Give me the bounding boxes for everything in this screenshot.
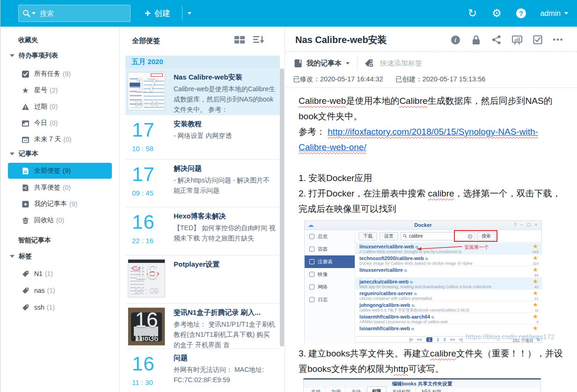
- global-search[interactable]: [18, 5, 131, 22]
- note-title: Potplayer设置: [174, 260, 276, 269]
- note-paragraph: 1. 安装Docker应用: [299, 170, 564, 186]
- collapse-caret-icon: [10, 255, 15, 258]
- note-list-item[interactable]: 16 11 : 30 问题 外网有时无法访问： MAC地址: FC:7C:02:…: [125, 348, 280, 392]
- collapse-caret-icon: [10, 54, 15, 57]
- note-day: 17: [132, 164, 169, 185]
- checkbox-check-icon: [21, 70, 29, 78]
- search-scope-caret-icon[interactable]: [32, 12, 36, 15]
- note-thumbnail: 16 14 : 09: [128, 259, 165, 298]
- sidebar-item-today[interactable]: 今日 (0): [8, 115, 112, 131]
- note-list-item[interactable]: 17 09 : 45 解决问题 - 解决https访问问题 - 解决图片不能正常…: [125, 159, 280, 207]
- search-input[interactable]: [40, 9, 133, 17]
- sort-icon[interactable]: [253, 35, 266, 46]
- more-actions-icon[interactable]: •••: [553, 35, 563, 45]
- folder-dialog-title: 编辑books 共享文件夹设置: [304, 379, 540, 388]
- tag-icon: [21, 269, 29, 278]
- user-menu-caret-icon: [564, 12, 568, 15]
- search-icon: [403, 234, 407, 238]
- search-icon: [22, 9, 30, 17]
- note-title: 安装教程: [174, 120, 276, 129]
- quick-add-tag[interactable]: 快速添加标签: [380, 59, 422, 68]
- svg-text:+7: +7: [23, 138, 27, 142]
- note-list-title: 全部便签: [132, 36, 160, 45]
- tag-icon: [21, 286, 29, 295]
- note-list-item[interactable]: 16 11 : 36 斐讯N1盒子折腾记录 刷入... 参考地址： 斐讯N1/P…: [125, 303, 280, 348]
- note-paragraph: Calibre-web是使用本地的Calibre生成数据库，然后同步到NAS的b…: [299, 93, 564, 124]
- create-separator: [182, 6, 183, 21]
- star-icon: ★: [21, 86, 29, 94]
- sidebar-item-tag-nas[interactable]: nas (1): [8, 283, 112, 298]
- note-snippet: - 网络设置 内网穿透: [174, 131, 276, 141]
- red-annotation-arrow: [416, 246, 464, 250]
- sidebar-item-shared-notes[interactable]: 共享便签 (0): [8, 180, 112, 196]
- note-paragraph: 参考： http://ifoxfactory.com/2018/05/15/Sy…: [299, 124, 564, 155]
- note-time: 10 : 58: [132, 145, 169, 152]
- note-editor-title[interactable]: Nas Calibre-web安装: [295, 34, 387, 46]
- warning-icon: [21, 102, 29, 111]
- calendar-icon: [21, 119, 29, 127]
- note-snippet: Calibre-web是使用本地的Calibre生成数据库，然后同步到NAS的b…: [174, 84, 276, 115]
- add-tag-icon[interactable]: [364, 58, 374, 68]
- note-list-item[interactable]: 16 14 : 09 Potplayer设置: [125, 255, 280, 303]
- note-time: 22 : 16: [132, 237, 169, 245]
- collapse-caret-icon: [10, 152, 15, 155]
- svg-text:★: ★: [23, 202, 28, 207]
- sidebar-item-next7days[interactable]: +7 未来 7 天 (0): [8, 131, 112, 147]
- top-bar: + 创建 ↻ ⚙ ? admin: [0, 0, 577, 27]
- note-title: Hexo博客未解决: [174, 212, 276, 221]
- note-icon: [21, 167, 29, 175]
- notebook-caret-icon[interactable]: [346, 62, 350, 65]
- notebook-selector[interactable]: 我的记事本: [307, 59, 342, 68]
- note-actions: i •••: [450, 35, 563, 45]
- settings-gear-icon[interactable]: ⚙: [488, 5, 505, 22]
- note-thumbnail: 17 16 : 44: [128, 72, 165, 110]
- create-dropdown-caret-icon[interactable]: [188, 12, 191, 15]
- trash-icon: [21, 216, 29, 225]
- sidebar-item-overdue[interactable]: 过期 (0): [8, 99, 112, 115]
- topbar-actions: ↻ ⚙ ? admin: [463, 0, 572, 27]
- note-paragraph: 2. 打开Docker，在注册表中搜索 calibre，选择第一个，双击下载，完…: [299, 186, 564, 217]
- todo-check-icon[interactable]: [533, 35, 543, 45]
- note-day: 16: [132, 212, 169, 232]
- todo-group-header[interactable]: 待办事项列表: [10, 51, 58, 60]
- note-snippet: - 解决https访问问题 - 解决图片不能正常显示问题: [174, 175, 276, 196]
- reference-link[interactable]: http://ifoxfactory.com/2018/05/15/Synolo…: [299, 127, 538, 152]
- note-thumbnail: 16 11 : 36: [128, 307, 165, 346]
- sidebar-item-recycle-bin[interactable]: 回收站 (0): [8, 212, 112, 228]
- refresh-icon[interactable]: ↻: [463, 5, 481, 22]
- book-icon: [294, 59, 302, 68]
- sidebar-item-tag-n1[interactable]: N1 (1): [8, 266, 112, 282]
- share-icon[interactable]: [491, 35, 502, 45]
- help-icon[interactable]: ?: [512, 5, 530, 22]
- embedded-folder-settings-screenshot: 编辑books 共享文件夹设置 常规 加密 高级 权限 高级权限 NFS 权限 …: [303, 378, 541, 392]
- sidebar-item-all-notes[interactable]: 全部便签 (9): [8, 163, 112, 179]
- plus-icon: +: [145, 8, 151, 19]
- sidebar-item-my-notebook[interactable]: ★ 我的记事本 (9): [8, 196, 112, 212]
- user-menu[interactable]: admin: [536, 9, 572, 18]
- create-button[interactable]: + 创建: [145, 0, 170, 27]
- grid-view-icon[interactable]: [234, 35, 247, 46]
- calendar-7-icon: +7: [21, 135, 29, 144]
- presentation-icon[interactable]: [512, 35, 522, 45]
- sidebar-item-all-tasks[interactable]: 所有任务 (9): [8, 66, 112, 82]
- notebook-group-header[interactable]: 记事本: [10, 150, 38, 158]
- note-list-item[interactable]: 17 10 : 58 安装教程 - 网络设置 内网穿透: [125, 115, 280, 159]
- note-day: 16: [132, 354, 169, 374]
- modified-value: 2020-05-17 16:44:32: [320, 75, 383, 83]
- embedded-docker-screenshot: ☁ Docker ? – ▢ × 总览 容器 注册表 映像 网络 日志 下载 设…: [304, 220, 542, 343]
- note-list-item[interactable]: 17 16 : 44 Nas Calibre-web安装 Calibre-web…: [125, 68, 280, 115]
- sidebar-item-tag-ssh[interactable]: ssh (1): [8, 299, 112, 315]
- month-section-header: 五月 2020: [125, 56, 280, 68]
- lock-icon[interactable]: [471, 35, 481, 45]
- note-body[interactable]: Calibre-web是使用本地的Calibre生成数据库，然后同步到NAS的b…: [285, 88, 568, 392]
- note-list-scrollbar[interactable]: [280, 68, 284, 347]
- sidebar-item-starred[interactable]: ★ 星号 (2): [8, 82, 112, 98]
- title-divider: [285, 51, 577, 52]
- shared-note-icon: [21, 183, 29, 192]
- note-list-panel: 全部便签 五月 2020 17 16 : 44 Nas Calibre-web安…: [120, 27, 285, 392]
- info-icon[interactable]: i: [450, 35, 460, 45]
- note-list-item[interactable]: 16 22 : 16 Hexo博客未解决 【TED】 如何掌控你的自由时间 视频…: [125, 207, 280, 255]
- favorites-header: 收藏夹: [18, 36, 38, 44]
- tags-group-header[interactable]: 标签: [10, 252, 32, 261]
- smart-notebook-header[interactable]: 智能记事本: [18, 236, 51, 245]
